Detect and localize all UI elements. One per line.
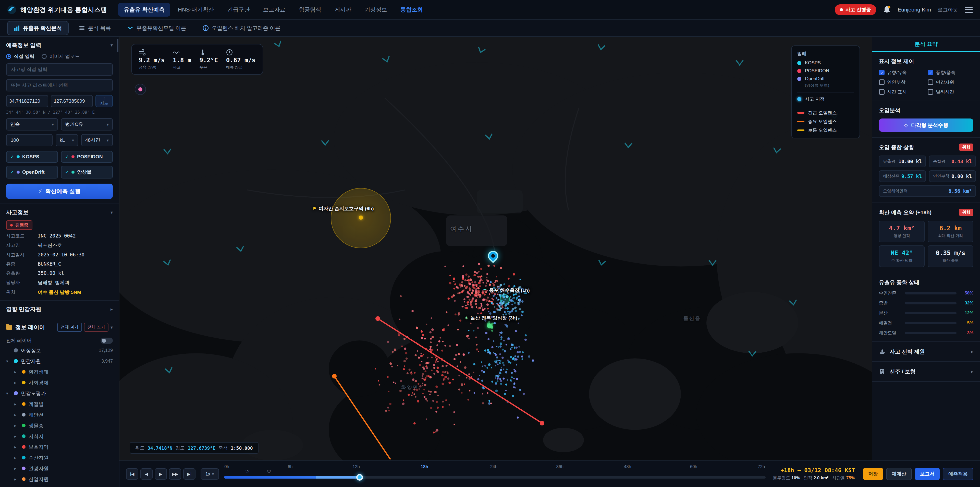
chevron-right-icon[interactable]: ▸ <box>14 455 19 460</box>
timeline-tick[interactable]: 18h <box>421 464 428 469</box>
chevron-down-icon[interactable]: ▾ <box>6 359 11 364</box>
chevron-right-icon[interactable]: ▸ <box>14 445 19 449</box>
timeline-thumb[interactable] <box>356 474 363 481</box>
apply-prediction-button[interactable]: 예측적용 <box>943 468 974 480</box>
sidebar-scrollbar[interactable] <box>117 39 118 52</box>
play-button[interactable]: ▶ <box>155 468 167 480</box>
urgent-oil-fence-line[interactable] <box>378 318 542 423</box>
nav-item-aerial[interactable]: 항공탐색 <box>293 3 327 17</box>
nav-item-spill-prediction[interactable]: 유출유 확산예측 <box>118 3 170 17</box>
layer-item-fishery-resources[interactable]: ▸수산자원 <box>6 452 113 463</box>
chevron-right-icon[interactable]: ▸ <box>14 369 19 374</box>
nav-item-weather[interactable]: 기상정보 <box>359 3 393 17</box>
layer-item-socio-economy[interactable]: ▸ 사회경제 <box>6 377 113 388</box>
timeline-tick[interactable]: 12h <box>353 464 360 469</box>
timeline-tick[interactable]: 60h <box>690 464 697 469</box>
app-logo[interactable]: 해양환경 위기대응 통합시스템 <box>7 5 107 14</box>
option-wind-direction[interactable]: ✓풍향/풍속 <box>928 69 974 76</box>
polygon-analysis-button[interactable]: ◇다각형 분석수행 <box>879 118 974 132</box>
map-style-button[interactable] <box>135 84 146 95</box>
timeline-track-area[interactable]: 0h6h12h18h24h36h48h60h72h ♡ ♡ <box>224 464 765 484</box>
run-prediction-button[interactable]: ⚡확산예측 실행 <box>6 184 113 199</box>
chevron-right-icon[interactable]: ▸ <box>14 434 19 439</box>
option-shore-adhesion[interactable]: ✓연안부착 <box>879 79 924 85</box>
owner-insurance-card[interactable]: 선주 / 보험 ▸ <box>872 362 980 382</box>
model-chip-poseidon[interactable]: ✓POSEIDON <box>61 151 113 163</box>
model-chip-ensemble[interactable]: ✓앙상블 <box>61 166 113 179</box>
fence-endpoint[interactable] <box>540 421 544 425</box>
report-button[interactable]: 보고서 <box>915 468 940 480</box>
incident-active-badge[interactable]: 사고 진행중 <box>835 4 876 15</box>
fence-endpoint[interactable] <box>375 316 380 321</box>
impact-resources-header[interactable]: 영향 민감자원 ▸ <box>6 305 113 313</box>
fence-endpoint[interactable] <box>332 374 337 378</box>
timeline-tick[interactable]: 48h <box>624 464 631 469</box>
recalculate-button[interactable]: 재계산 <box>886 468 912 480</box>
unit-select[interactable]: kL▾ <box>56 134 78 146</box>
skip-end-button[interactable]: ▶| <box>183 468 196 480</box>
duration-select[interactable]: 48시간▾ <box>81 134 113 146</box>
layer-item-environment-ecology[interactable]: ▸ 환경생태 <box>6 366 113 377</box>
nav-item-board[interactable]: 게시판 <box>329 3 357 17</box>
save-button[interactable]: 저장 <box>863 468 883 480</box>
model-chip-opendrift[interactable]: ✓OpenDrift <box>6 166 58 179</box>
important-oil-fence-line[interactable] <box>334 376 390 460</box>
bookmark-heart-icon[interactable]: ♡ <box>267 469 271 474</box>
predict-input-header[interactable]: 예측정보 입력 ▾ <box>6 42 113 49</box>
user-name[interactable]: Eunjeong Kim <box>897 6 931 13</box>
tab-spill-analysis[interactable]: 유출유 확산분석 <box>7 21 68 35</box>
timeline-tick[interactable]: 36h <box>556 464 563 469</box>
chevron-right-icon[interactable]: ▸ <box>14 477 19 482</box>
incident-name-input[interactable] <box>6 63 113 76</box>
speed-select[interactable]: 1x▾ <box>200 468 219 480</box>
spill-amount-input[interactable] <box>6 134 52 146</box>
tab-analysis-summary[interactable]: 분석 요약 <box>915 40 938 48</box>
chevron-right-icon[interactable]: ▸ <box>14 380 19 385</box>
layer-item-industrial-resources[interactable]: ▸산업자원 <box>6 474 113 484</box>
layer-group-sensitivity-index[interactable]: ▾ 민감도평가 <box>6 388 113 399</box>
chevron-down-icon[interactable]: ▾ <box>110 324 113 330</box>
timeline-tick[interactable]: 24h <box>490 464 497 469</box>
nav-item-hns[interactable]: HNS·대기확산 <box>172 3 220 17</box>
radio-image-upload[interactable]: 이미지 업로드 <box>41 53 80 60</box>
logout-button[interactable]: 로그아웃 <box>938 6 958 13</box>
spill-mode-select[interactable]: 연속▾ <box>6 118 58 131</box>
timeline-tick[interactable]: 0h <box>224 464 229 469</box>
info-layers-header[interactable]: 정보 레이어 전체 켜기 전체 끄기 ▾ <box>6 323 113 332</box>
option-weather-time[interactable]: ✓날씨시간 <box>928 89 974 95</box>
chevron-down-icon[interactable]: ▾ <box>110 42 113 48</box>
marker-label-wetland[interactable]: ⚑ 여자만 습지보호구역 (6h) <box>312 205 374 212</box>
notification-bell-icon[interactable] <box>883 6 891 14</box>
chevron-right-icon[interactable]: ▸ <box>14 402 19 407</box>
option-time-display[interactable]: ✓시간 표시 <box>879 89 924 95</box>
timeline-tick[interactable]: 72h <box>758 464 765 469</box>
tab-model-theory[interactable]: 유출유확산모델 이론 <box>121 21 192 35</box>
marker-label-beach[interactable]: ☂ 웅포 해수욕장 (1h) <box>483 287 530 294</box>
tab-boom-algorithm-theory[interactable]: 오일펜스 배치 알고리즘 이론 <box>197 21 287 35</box>
layer-item-coastline[interactable]: ▸해안선 <box>6 409 113 420</box>
layer-item-seasonal[interactable]: ▸계절별 <box>6 399 113 409</box>
layer-item-protected-area[interactable]: ▸보호지역 <box>6 442 113 452</box>
step-back-button[interactable]: ◀ <box>140 468 153 480</box>
nav-item-rescue[interactable]: 긴급구난 <box>222 3 256 17</box>
incident-list-input[interactable] <box>6 79 113 91</box>
pick-on-map-button[interactable]: ↑지도 <box>95 95 113 107</box>
layers-all-on-button[interactable]: 전체 켜기 <box>57 323 82 332</box>
nav-item-reports[interactable]: 보고자료 <box>258 3 291 17</box>
timeline-track[interactable] <box>224 476 765 479</box>
tab-analysis-list[interactable]: 분석 목록 <box>73 21 117 35</box>
layer-item-species[interactable]: ▸생물종 <box>6 420 113 431</box>
layer-item-fisheries[interactable]: 어장정보 17,129 <box>6 345 113 356</box>
marker-label-farm[interactable]: ✶ 돌산 전복 양식장 (3h) <box>465 315 517 321</box>
menu-hamburger-icon[interactable] <box>965 6 973 13</box>
chevron-right-icon[interactable]: ▸ <box>14 423 19 428</box>
chevron-right-icon[interactable]: ▸ <box>971 349 974 354</box>
chevron-down-icon[interactable]: ▾ <box>6 391 11 396</box>
incident-info-header[interactable]: 사고정보 ▾ <box>6 209 113 216</box>
chevron-down-icon[interactable]: ▾ <box>110 210 113 215</box>
oil-type-select[interactable]: 벙커C유▾ <box>61 118 113 131</box>
bookmark-heart-icon[interactable]: ♡ <box>245 469 249 474</box>
timeline-tick[interactable]: 6h <box>288 464 293 469</box>
option-current-direction[interactable]: ✓유향/유속 <box>879 69 924 76</box>
option-sensitive-resources[interactable]: ✓민감자원 <box>928 79 974 85</box>
